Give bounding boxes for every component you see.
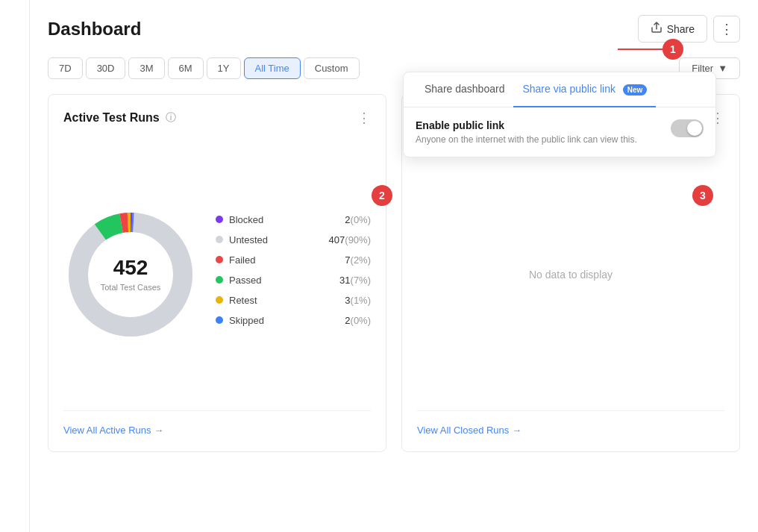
blocked-dot xyxy=(216,216,223,223)
header: Dashboard Share ⋮ xyxy=(48,15,740,43)
share-label: Share xyxy=(667,23,695,35)
filter-3m[interactable]: 3M xyxy=(128,57,164,79)
donut-center: 452 Total Test Cases xyxy=(101,256,161,293)
chart-area: 452 Total Test Cases Blocked 2(0 xyxy=(63,138,371,410)
donut-chart: 452 Total Test Cases xyxy=(63,207,198,342)
legend-blocked-left: Blocked xyxy=(216,214,263,225)
tab-share-dashboard[interactable]: Share dashboard xyxy=(416,72,513,107)
blocked-label: Blocked xyxy=(229,214,263,225)
app-container: Dashboard Share ⋮ 7D 30D 3M xyxy=(0,0,758,532)
enable-title: Enable public link xyxy=(416,119,637,131)
public-link-toggle[interactable] xyxy=(671,119,704,137)
skipped-value: 2(0%) xyxy=(345,315,371,326)
untested-label: Untested xyxy=(229,234,268,245)
tab-share-public-link[interactable]: Share via public link New xyxy=(513,72,656,107)
filter-custom[interactable]: Custom xyxy=(304,57,360,79)
blocked-value: 2(0%) xyxy=(345,214,371,225)
total-label: Total Test Cases xyxy=(101,283,161,292)
skipped-dot xyxy=(216,316,223,324)
skipped-label: Skipped xyxy=(229,315,264,326)
retest-label: Retest xyxy=(229,295,257,306)
legend: Blocked 2(0%) Untested xyxy=(216,214,371,335)
legend-blocked: Blocked 2(0%) xyxy=(216,214,371,225)
view-all-closed-link[interactable]: View All Closed Runs → xyxy=(417,425,521,436)
failed-label: Failed xyxy=(229,254,255,266)
main-content: Dashboard Share ⋮ 7D 30D 3M xyxy=(30,0,758,467)
dropdown-body: Enable public link Anyone on the interne… xyxy=(404,107,715,157)
total-count: 452 xyxy=(101,256,161,280)
connector-1 xyxy=(618,48,663,50)
share-icon xyxy=(651,22,663,36)
chevron-down-icon: ▼ xyxy=(718,63,727,74)
active-runs-menu-icon[interactable]: ⋮ xyxy=(357,110,371,126)
no-data-message: No data to display xyxy=(417,138,724,410)
new-badge: New xyxy=(623,84,648,96)
passed-label: Passed xyxy=(229,275,261,286)
filter-30d[interactable]: 30D xyxy=(86,57,126,79)
step-badge-2: 2 xyxy=(372,185,392,206)
failed-dot xyxy=(216,256,223,263)
filter-all-time[interactable]: All Time xyxy=(244,57,301,79)
toggle-knob xyxy=(687,121,702,136)
passed-value: 31(7%) xyxy=(339,275,371,286)
share-dropdown: Share dashboard Share via public link Ne… xyxy=(403,72,716,157)
active-runs-header: Active Test Runs ⓘ ⋮ xyxy=(63,110,371,126)
page-title: Dashboard xyxy=(48,19,141,40)
enable-public-link-row: Enable public link Anyone on the interne… xyxy=(416,119,704,145)
legend-retest-left: Retest xyxy=(216,295,257,306)
legend-passed: Passed 31(7%) xyxy=(216,275,371,286)
sidebar xyxy=(0,0,30,532)
legend-passed-left: Passed xyxy=(216,275,261,286)
legend-failed-left: Failed xyxy=(216,254,255,266)
retest-value: 3(1%) xyxy=(345,295,371,306)
more-button[interactable]: ⋮ xyxy=(713,16,740,43)
enable-text: Enable public link Anyone on the interne… xyxy=(416,119,637,145)
legend-untested-left: Untested xyxy=(216,234,268,245)
dropdown-tabs: Share dashboard Share via public link Ne… xyxy=(404,72,715,107)
info-icon[interactable]: ⓘ xyxy=(166,111,176,125)
legend-untested: Untested 407(90%) xyxy=(216,234,371,245)
active-test-runs-card: Active Test Runs ⓘ ⋮ xyxy=(48,94,386,452)
active-runs-footer: View All Active Runs → xyxy=(63,410,371,436)
failed-value: 7(2%) xyxy=(345,254,371,266)
passed-dot xyxy=(216,276,223,284)
closed-runs-footer: View All Closed Runs → xyxy=(417,410,724,436)
more-icon: ⋮ xyxy=(720,21,733,37)
filter-7d[interactable]: 7D xyxy=(48,57,83,79)
step-badge-3: 3 xyxy=(692,185,713,206)
untested-value: 407(90%) xyxy=(329,234,371,245)
filter-1y[interactable]: 1Y xyxy=(207,57,241,79)
active-runs-title: Active Test Runs xyxy=(63,111,160,125)
header-actions: Share ⋮ xyxy=(638,15,740,43)
legend-skipped: Skipped 2(0%) xyxy=(216,315,371,326)
legend-retest: Retest 3(1%) xyxy=(216,295,371,306)
enable-desc: Anyone on the internet with the public l… xyxy=(416,134,637,145)
step-badge-1: 1 xyxy=(663,39,683,60)
untested-dot xyxy=(216,236,223,243)
filter-6m[interactable]: 6M xyxy=(168,57,204,79)
view-all-active-link[interactable]: View All Active Runs → xyxy=(63,425,163,436)
retest-dot xyxy=(216,296,223,304)
legend-skipped-left: Skipped xyxy=(216,315,264,326)
legend-failed: Failed 7(2%) xyxy=(216,254,371,266)
active-runs-title-group: Active Test Runs ⓘ xyxy=(63,111,176,125)
